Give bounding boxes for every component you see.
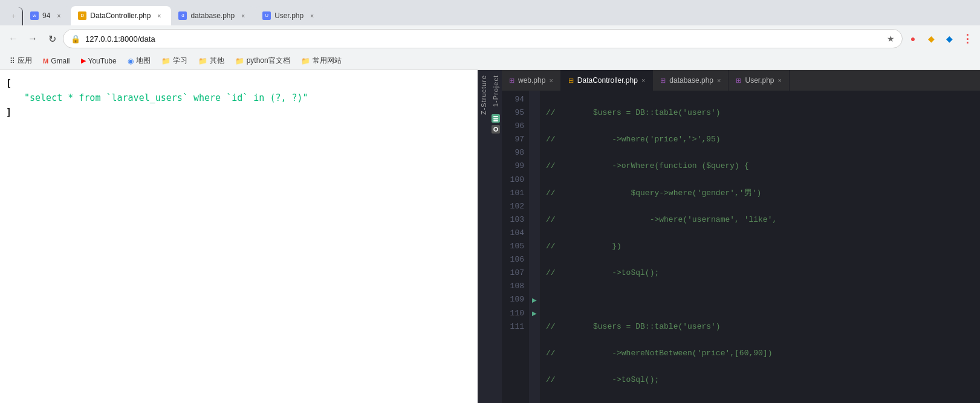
web-tab-close[interactable]: × bbox=[54, 11, 63, 21]
bookmark-youtube[interactable]: ▶ YouTube bbox=[76, 55, 122, 67]
user-tab-title: User.php bbox=[274, 11, 303, 20]
extension-btn-3[interactable]: ◆ bbox=[941, 31, 957, 47]
web-close-btn[interactable]: × bbox=[549, 77, 553, 84]
bookmark-common[interactable]: 📁 常用网站 bbox=[296, 54, 346, 68]
browser-action-buttons: ● ◆ ◆ ⋮ bbox=[905, 31, 975, 47]
user-file-icon: ⊞ bbox=[736, 77, 741, 85]
maps-icon: ◉ bbox=[128, 57, 134, 65]
line-96: // ->orWhere(function ($query) { bbox=[546, 160, 980, 173]
gutter-101 bbox=[529, 187, 540, 200]
dc-tab-title: DataController.php bbox=[90, 11, 151, 20]
bookmark-python[interactable]: 📁 python官文档 bbox=[230, 54, 295, 68]
gmail-icon: M bbox=[43, 57, 48, 65]
web-tab-title: 94 bbox=[42, 11, 50, 20]
tab-database[interactable]: d database.php × bbox=[171, 6, 255, 25]
tab-user[interactable]: U User.php × bbox=[255, 6, 324, 25]
structure-sidebar: Z-Structure bbox=[478, 70, 490, 403]
dc-tab-close[interactable]: × bbox=[154, 11, 164, 21]
line-103: // ->whereNotBetween('price',[60,90]) bbox=[546, 347, 980, 360]
line-104: // ->toSql(); bbox=[546, 373, 980, 387]
main-area: [ "select * from `laravel_users` where `… bbox=[0, 70, 980, 403]
line-numbers: 94 95 96 97 98 99 100 101 102 103 104 10… bbox=[502, 91, 529, 403]
bookmark-apps[interactable]: ⠿ 应用 bbox=[5, 54, 37, 68]
bookmark-star-icon[interactable]: ★ bbox=[887, 34, 895, 44]
gutter-97 bbox=[529, 133, 540, 146]
line-99: // }) bbox=[546, 240, 980, 253]
database-file-label: database.php bbox=[669, 76, 713, 85]
json-open-bracket: [ bbox=[6, 76, 472, 91]
svg-rect-1 bbox=[493, 118, 498, 120]
gutter-110: ▶ bbox=[529, 307, 540, 320]
common-label: 常用网站 bbox=[313, 56, 342, 66]
ide-tab-user[interactable]: ⊞ User.php × bbox=[729, 70, 789, 91]
line-94: // $users = DB::table('users') bbox=[546, 106, 980, 120]
gutter-96 bbox=[529, 120, 540, 133]
browser-content-panel: [ "select * from `laravel_users` where `… bbox=[0, 70, 478, 403]
tab-datacontroller[interactable]: D DataController.php × bbox=[71, 6, 171, 25]
structure-icon-1 bbox=[492, 114, 500, 123]
gutter-100 bbox=[529, 173, 540, 187]
tab-web[interactable]: w 94 × bbox=[23, 6, 71, 25]
ide-panel: 1-Project ⊞ web.php × ⊞ DataController.p… bbox=[478, 70, 980, 403]
bookmark-gmail[interactable]: M Gmail bbox=[38, 55, 75, 67]
ide-project-sidebar: 1-Project bbox=[490, 70, 502, 403]
bookmark-other[interactable]: 📁 其他 bbox=[193, 54, 229, 68]
code-area[interactable]: 94 95 96 97 98 99 100 101 102 103 104 10… bbox=[502, 91, 980, 403]
user-tab-close[interactable]: × bbox=[307, 11, 317, 21]
structure-sidebar-label: Z-Structure bbox=[480, 70, 487, 120]
web-tab-icon: w bbox=[30, 11, 39, 20]
gutter-106 bbox=[529, 253, 540, 266]
apps-label: 应用 bbox=[18, 56, 32, 66]
gutter-99 bbox=[529, 160, 540, 173]
gutter-107 bbox=[529, 266, 540, 280]
database-close-btn[interactable]: × bbox=[717, 77, 721, 84]
gutter-98 bbox=[529, 146, 540, 160]
json-sql-string: "select * from `laravel_users` where `id… bbox=[24, 92, 308, 103]
bookmark-maps[interactable]: ◉ 地图 bbox=[123, 54, 155, 68]
user-file-label: User.php bbox=[745, 76, 774, 85]
database-file-icon: ⊞ bbox=[660, 77, 666, 85]
code-content[interactable]: // $users = DB::table('users') // ->wher… bbox=[540, 91, 980, 403]
other-label: 其他 bbox=[210, 56, 224, 66]
reload-button[interactable]: ↻ bbox=[44, 30, 60, 47]
youtube-icon: ▶ bbox=[81, 57, 86, 65]
forward-button[interactable]: → bbox=[24, 30, 41, 47]
address-bar[interactable]: 🔒 127.0.0.1:8000/data ★ bbox=[63, 29, 903, 48]
json-display: [ "select * from `laravel_users` where `… bbox=[6, 76, 472, 120]
tab-bar: + w 94 × D DataController.php × d databa… bbox=[0, 0, 980, 25]
line-gutter: ▶ ▶ bbox=[529, 91, 540, 403]
python-label: python官文档 bbox=[247, 56, 290, 66]
user-close-btn[interactable]: × bbox=[778, 77, 782, 84]
ide-main: ⊞ web.php × ⊞ DataController.php × ⊞ dat… bbox=[502, 70, 980, 403]
other-folder-icon: 📁 bbox=[198, 57, 207, 65]
extension-btn-1[interactable]: ● bbox=[905, 31, 921, 47]
json-close-bracket: ] bbox=[6, 105, 472, 120]
dc-file-icon: ⊞ bbox=[568, 77, 574, 85]
bookmark-study[interactable]: 📁 学习 bbox=[157, 54, 192, 68]
line-95: // ->where('price','>',95) bbox=[546, 133, 980, 146]
gutter-111 bbox=[529, 320, 540, 334]
line-105: $users = DB::table( table: 'users') bbox=[546, 400, 980, 403]
web-file-icon: ⊞ bbox=[509, 77, 514, 85]
maps-label: 地图 bbox=[136, 56, 151, 66]
ide-tab-datacontroller[interactable]: ⊞ DataController.php × bbox=[561, 70, 654, 91]
dc-close-btn[interactable]: × bbox=[641, 77, 645, 84]
youtube-label: YouTube bbox=[88, 57, 117, 65]
gutter-108 bbox=[529, 280, 540, 293]
ide-tab-database[interactable]: ⊞ database.php × bbox=[653, 70, 729, 91]
ide-tab-bar: ⊞ web.php × ⊞ DataController.php × ⊞ dat… bbox=[502, 70, 980, 91]
dc-file-label: DataController.php bbox=[577, 76, 638, 85]
svg-rect-2 bbox=[493, 120, 498, 121]
ide-tab-web[interactable]: ⊞ web.php × bbox=[502, 70, 561, 91]
gutter-94 bbox=[529, 93, 540, 106]
json-string-line: "select * from `laravel_users` where `id… bbox=[6, 91, 472, 105]
line-100: // ->toSql(); bbox=[546, 266, 980, 280]
new-tab-button[interactable]: + bbox=[5, 7, 23, 25]
menu-button[interactable]: ⋮ bbox=[959, 31, 975, 47]
db-tab-close[interactable]: × bbox=[238, 11, 248, 21]
extension-btn-2[interactable]: ◆ bbox=[923, 31, 939, 47]
study-folder-icon: 📁 bbox=[161, 57, 170, 65]
db-tab-title: database.php bbox=[190, 11, 235, 20]
back-button[interactable]: ← bbox=[5, 30, 22, 47]
nav-bar: ← → ↻ 🔒 127.0.0.1:8000/data ★ ● ◆ ◆ ⋮ bbox=[0, 25, 980, 52]
